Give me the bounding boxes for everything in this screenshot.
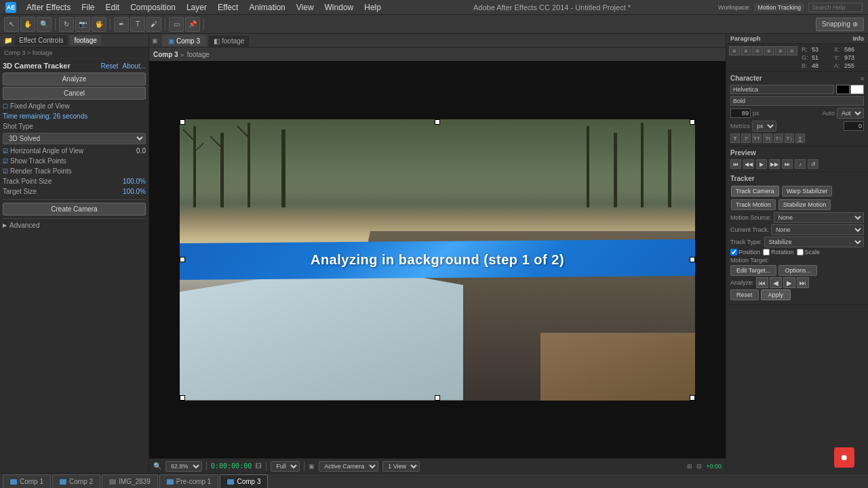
align-left-btn[interactable]: ≡ bbox=[729, 46, 740, 56]
prev-play-btn[interactable]: ▶ bbox=[756, 159, 767, 169]
tl-tab-comp2[interactable]: Comp 2 bbox=[52, 474, 100, 488]
shot-type-select[interactable]: 3D Solved bbox=[3, 133, 146, 144]
position-checkbox[interactable] bbox=[730, 249, 737, 256]
current-track-select[interactable]: None bbox=[771, 224, 864, 235]
comp-tab-comp3[interactable]: ▣ Comp 3 bbox=[162, 35, 206, 47]
small-caps-btn[interactable]: Tt bbox=[763, 134, 772, 143]
menu-edit[interactable]: Edit bbox=[100, 1, 124, 14]
align-justify-btn[interactable]: ≡ bbox=[764, 46, 774, 56]
menu-animation[interactable]: Animation bbox=[244, 1, 290, 14]
cancel-button[interactable]: Cancel bbox=[3, 87, 146, 100]
stabilize-motion-btn[interactable]: Stabilize Motion bbox=[778, 199, 831, 210]
rotation-checkbox[interactable] bbox=[763, 249, 770, 256]
menu-layer[interactable]: Layer bbox=[182, 1, 212, 14]
motion-source-select[interactable]: None bbox=[774, 212, 864, 223]
prev-last-btn[interactable]: ⏭ bbox=[782, 159, 793, 169]
tool-text[interactable]: T bbox=[130, 17, 145, 32]
bg-color-swatch[interactable] bbox=[850, 85, 864, 94]
options-btn[interactable]: Options... bbox=[778, 265, 817, 276]
menu-help[interactable]: Help bbox=[359, 1, 386, 14]
edit-target-btn[interactable]: Edit Target... bbox=[730, 265, 776, 276]
tl-tab-precomp1[interactable]: Pre-comp 1 bbox=[159, 474, 219, 488]
analyze-first-btn[interactable]: ⏮ bbox=[756, 277, 768, 288]
handle-top-right[interactable] bbox=[690, 119, 695, 125]
search-help-input[interactable] bbox=[808, 3, 863, 12]
align-justify3-btn[interactable]: ≡ bbox=[787, 46, 797, 56]
tool-camera[interactable]: 📷 bbox=[75, 17, 90, 32]
tab-footage[interactable]: footage bbox=[70, 35, 100, 45]
tool-brush[interactable]: 🖌 bbox=[146, 17, 161, 32]
record-button[interactable]: ⏺ bbox=[834, 447, 854, 468]
bold-btn[interactable]: T bbox=[730, 134, 740, 143]
align-center-btn[interactable]: ≡ bbox=[741, 46, 751, 56]
tool-pen[interactable]: ✒ bbox=[114, 17, 129, 32]
tool-zoom[interactable]: 🔍 bbox=[37, 17, 52, 32]
track-motion-btn[interactable]: Track Motion bbox=[731, 199, 776, 210]
menu-window[interactable]: Window bbox=[320, 1, 359, 14]
create-camera-button[interactable]: Create Camera bbox=[3, 203, 146, 216]
tool-shape[interactable]: ▭ bbox=[169, 17, 184, 32]
menu-view[interactable]: View bbox=[292, 1, 319, 14]
prev-forward-btn[interactable]: ▶▶ bbox=[769, 159, 780, 169]
handle-bottom-right[interactable] bbox=[690, 395, 695, 401]
h-angle-checkbox[interactable]: ☑ bbox=[3, 148, 8, 155]
super-btn[interactable]: T↑ bbox=[774, 134, 783, 143]
menu-aftereffects[interactable]: After Effects bbox=[22, 1, 75, 14]
analyze-last-btn[interactable]: ⏭ bbox=[797, 277, 809, 288]
font-name-input[interactable] bbox=[730, 85, 834, 94]
warp-stabilizer-btn[interactable]: Warp Stabilizer bbox=[782, 186, 833, 197]
analyze-back-btn[interactable]: ◀ bbox=[770, 277, 782, 288]
zoom-select[interactable]: 62.8% bbox=[165, 461, 202, 472]
font-size-input[interactable] bbox=[730, 108, 751, 118]
handle-mid-right[interactable] bbox=[690, 257, 695, 262]
sub-btn[interactable]: T↓ bbox=[785, 134, 794, 143]
reset-button[interactable]: Reset bbox=[100, 62, 118, 70]
tool-select[interactable]: ↖ bbox=[4, 17, 19, 32]
handle-mid-left[interactable] bbox=[180, 257, 185, 262]
apply-btn[interactable]: Apply bbox=[761, 289, 791, 300]
about-button[interactable]: About... bbox=[123, 62, 146, 70]
italic-btn[interactable]: T bbox=[741, 134, 751, 143]
handle-top-left[interactable] bbox=[180, 119, 185, 125]
prev-audio-btn[interactable]: ♪ bbox=[795, 159, 806, 169]
tl-tab-img[interactable]: IMG_2839 bbox=[102, 474, 158, 488]
tool-hand[interactable]: ✋ bbox=[20, 17, 35, 32]
menu-composition[interactable]: Composition bbox=[125, 1, 180, 14]
quality-select[interactable]: Full bbox=[271, 461, 300, 472]
track-type-select[interactable]: Stabilize bbox=[764, 237, 864, 247]
scale-checkbox[interactable] bbox=[797, 249, 804, 256]
underline-btn[interactable]: T bbox=[795, 134, 805, 143]
handle-bottom-mid[interactable] bbox=[435, 395, 440, 401]
snapping-button[interactable]: Snapping ⊕ bbox=[816, 18, 864, 31]
tl-tab-comp3[interactable]: Comp 3 bbox=[220, 474, 268, 488]
fixed-angle-checkbox[interactable]: ☐ bbox=[3, 103, 8, 110]
menu-file[interactable]: File bbox=[77, 1, 99, 14]
prev-loop-btn[interactable]: ↺ bbox=[808, 159, 818, 169]
align-right-btn[interactable]: ≡ bbox=[752, 46, 763, 56]
tool-rotate[interactable]: ↻ bbox=[59, 17, 74, 32]
tool-pan[interactable]: 🖐 bbox=[92, 17, 106, 32]
track-camera-btn[interactable]: Track Camera bbox=[731, 186, 779, 197]
camera-select[interactable]: Active Camera bbox=[319, 461, 378, 472]
tracking-input[interactable] bbox=[844, 121, 864, 131]
tool-pin[interactable]: 📌 bbox=[185, 17, 200, 32]
analyze-button[interactable]: Analyze bbox=[3, 73, 146, 85]
analyze-forward-btn[interactable]: ▶ bbox=[783, 277, 795, 288]
tab-effect-controls[interactable]: Effect Controls bbox=[15, 35, 67, 45]
auto-select[interactable]: Auto bbox=[837, 108, 864, 119]
track-size-value[interactable]: 100.0% bbox=[123, 178, 146, 185]
handle-bottom-left[interactable] bbox=[180, 395, 185, 401]
prev-first-btn[interactable]: ⏮ bbox=[730, 159, 741, 169]
align-justify2-btn[interactable]: ≡ bbox=[775, 46, 786, 56]
tl-tab-comp1[interactable]: Comp 1 bbox=[3, 474, 51, 488]
show-track-checkbox[interactable]: ☑ bbox=[3, 158, 8, 165]
render-track-checkbox[interactable]: ☑ bbox=[3, 168, 8, 175]
comp-tab-layer[interactable]: ◧ footage bbox=[208, 35, 250, 47]
font-style-input[interactable] bbox=[730, 96, 864, 106]
advanced-row[interactable]: ▶ Advanced bbox=[3, 222, 146, 229]
timecode-display[interactable]: 0:00:00:00 bbox=[211, 462, 252, 470]
views-select[interactable]: 1 View bbox=[382, 461, 420, 472]
prev-back-btn[interactable]: ◀◀ bbox=[743, 159, 754, 169]
tracker-reset-btn[interactable]: Reset bbox=[730, 289, 759, 300]
menu-effect[interactable]: Effect bbox=[213, 1, 243, 14]
